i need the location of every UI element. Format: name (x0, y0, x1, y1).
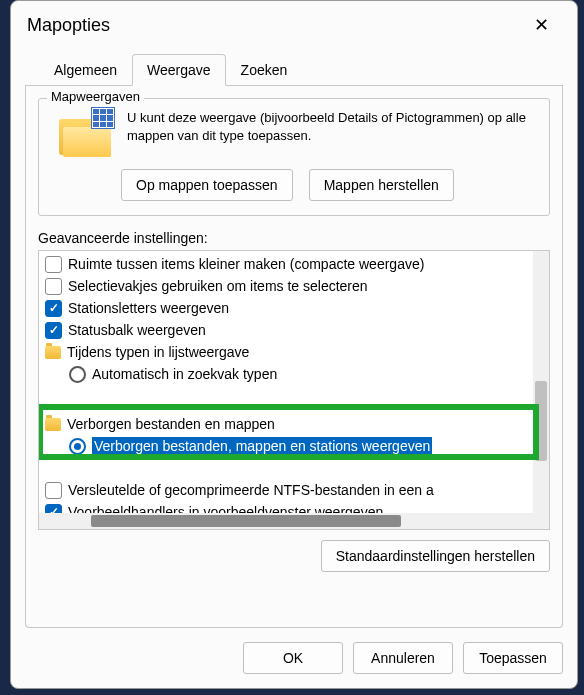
checkbox-icon[interactable] (45, 300, 62, 317)
tab-strip: Algemeen Weergave Zoeken (25, 53, 563, 86)
folder-icon (45, 418, 61, 431)
tab-view[interactable]: Weergave (132, 54, 226, 86)
horizontal-scrollbar[interactable] (39, 513, 533, 529)
option-select-checkboxes[interactable]: Selectievakjes gebruiken om items te sel… (39, 275, 533, 297)
advanced-settings-tree: Ruimte tussen items kleiner maken (compa… (38, 250, 550, 530)
advanced-settings-label: Geavanceerde instellingen: (38, 230, 550, 246)
cancel-button[interactable]: Annuleren (353, 642, 453, 674)
checkbox-icon[interactable] (45, 278, 62, 295)
close-icon[interactable]: ✕ (521, 5, 561, 45)
folder-options-dialog: Mapopties ✕ Algemeen Weergave Zoeken Map… (10, 0, 578, 689)
folder-icon (45, 346, 61, 359)
option-drive-letters[interactable]: Stationsletters weergeven (39, 297, 533, 319)
folder-views-group: Mapweergaven U kunt deze weergave (bijvo… (38, 98, 550, 216)
group-typing-in-listview[interactable]: Tijdens typen in lijstweergave (39, 341, 533, 363)
vertical-scrollbar[interactable] (533, 251, 549, 513)
option-ntfs-color[interactable]: Versleutelde of gecomprimeerde NTFS-best… (39, 479, 533, 501)
option-show-hidden-files[interactable]: Verborgen bestanden, mappen en stations … (39, 435, 533, 457)
option-status-bar[interactable]: Statusbalk weergeven (39, 319, 533, 341)
radio-icon[interactable] (69, 366, 86, 383)
folder-views-group-title: Mapweergaven (47, 89, 144, 104)
radio-icon[interactable] (69, 438, 86, 455)
tab-general[interactable]: Algemeen (39, 54, 132, 86)
apply-to-folders-button[interactable]: Op mappen toepassen (121, 169, 293, 201)
checkbox-icon[interactable] (45, 322, 62, 339)
checkbox-icon[interactable] (45, 504, 62, 514)
option-auto-type-search[interactable]: Automatisch in zoekvak typen (39, 363, 533, 385)
group-hidden-files[interactable]: Verborgen bestanden en mappen (39, 413, 533, 435)
folder-views-description: U kunt deze weergave (bijvoorbeeld Detai… (127, 109, 537, 144)
option-cut-off[interactable] (39, 457, 533, 479)
checkbox-icon[interactable] (45, 256, 62, 273)
option-preview-handlers[interactable]: Voorbeeldhandlers in voorbeeldvenster we… (39, 501, 533, 513)
tab-search[interactable]: Zoeken (226, 54, 303, 86)
view-panel: Mapweergaven U kunt deze weergave (bijvo… (25, 86, 563, 628)
restore-defaults-button[interactable]: Standaardinstellingen herstellen (321, 540, 550, 572)
apply-button[interactable]: Toepassen (463, 642, 563, 674)
option-compact-view[interactable]: Ruimte tussen items kleiner maken (compa… (39, 253, 533, 275)
titlebar: Mapopties ✕ (11, 1, 577, 49)
folder-views-icon (57, 109, 113, 157)
reset-folders-button[interactable]: Mappen herstellen (309, 169, 454, 201)
ok-button[interactable]: OK (243, 642, 343, 674)
window-title: Mapopties (27, 15, 521, 36)
checkbox-icon[interactable] (45, 482, 62, 499)
dialog-button-row: OK Annuleren Toepassen (11, 628, 577, 688)
